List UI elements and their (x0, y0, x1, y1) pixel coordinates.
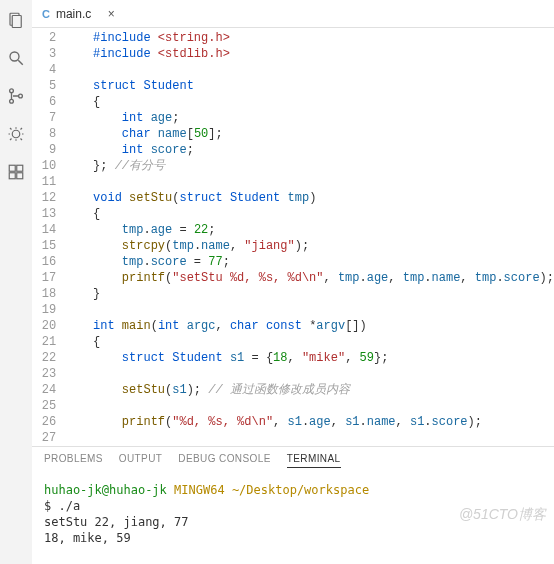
tab-output[interactable]: OUTPUT (119, 453, 163, 468)
svg-point-2 (10, 52, 19, 61)
svg-point-7 (12, 130, 20, 138)
terminal-user: huhao-jk@huhao-jk (44, 483, 167, 497)
tab-filename: main.c (56, 7, 91, 21)
debug-icon[interactable] (4, 122, 28, 146)
svg-rect-1 (12, 16, 21, 28)
c-file-icon: C (42, 8, 50, 20)
search-icon[interactable] (4, 46, 28, 70)
close-icon[interactable]: × (103, 6, 119, 22)
svg-rect-9 (17, 165, 23, 171)
terminal-env: MINGW64 (174, 483, 225, 497)
line-gutter: 2345678910111213141516171819202122232425… (32, 28, 64, 446)
svg-point-6 (19, 94, 23, 98)
svg-rect-10 (9, 173, 15, 179)
terminal-line: setStu 22, jiang, 77 (44, 514, 542, 530)
tab-debug-console[interactable]: DEBUG CONSOLE (178, 453, 270, 468)
extensions-icon[interactable] (4, 160, 28, 184)
terminal-output[interactable]: huhao-jk@huhao-jk MINGW64 ~/Desktop/work… (32, 474, 554, 564)
tab-main-c[interactable]: C main.c × (32, 0, 129, 27)
editor-tabs: C main.c × (32, 0, 554, 28)
code-editor[interactable]: 2345678910111213141516171819202122232425… (32, 28, 554, 446)
code-content: #include <string.h> #include <stdlib.h> … (64, 28, 554, 446)
source-control-icon[interactable] (4, 84, 28, 108)
tab-terminal[interactable]: TERMINAL (287, 453, 341, 468)
activity-bar (0, 0, 32, 564)
terminal-cwd: ~/Desktop/workspace (232, 483, 369, 497)
svg-rect-8 (9, 165, 15, 171)
main-area: C main.c × 23456789101112131415161718192… (32, 0, 554, 564)
panel-tabs: PROBLEMS OUTPUT DEBUG CONSOLE TERMINAL (32, 447, 554, 474)
svg-point-5 (10, 99, 14, 103)
terminal-cmd: $ ./a (44, 498, 542, 514)
svg-rect-11 (17, 173, 23, 179)
terminal-line: 18, mike, 59 (44, 530, 542, 546)
svg-line-3 (18, 60, 23, 65)
tab-problems[interactable]: PROBLEMS (44, 453, 103, 468)
explorer-icon[interactable] (4, 8, 28, 32)
svg-point-4 (10, 89, 14, 93)
bottom-panel: PROBLEMS OUTPUT DEBUG CONSOLE TERMINAL h… (32, 446, 554, 564)
